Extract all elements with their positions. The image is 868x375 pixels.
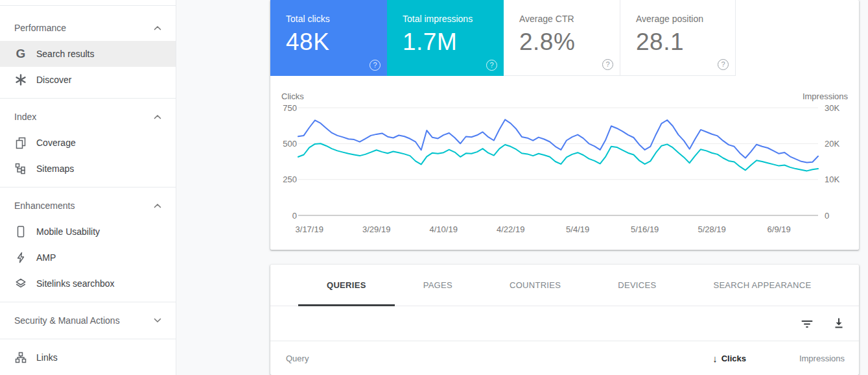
card-value: 28.1 bbox=[636, 29, 735, 56]
card-label: Total clicks bbox=[286, 14, 387, 24]
google-g-icon: G bbox=[14, 47, 27, 60]
sidebar-item-mobile-usability[interactable]: Mobile Usability bbox=[0, 219, 176, 245]
summary-cards: Total clicks 48K ? Total impressions 1.7… bbox=[270, 0, 859, 76]
sidebar-top-divider bbox=[0, 5, 176, 6]
mobile-phone-icon bbox=[14, 225, 27, 238]
svg-text:0: 0 bbox=[825, 211, 829, 221]
help-icon[interactable]: ? bbox=[486, 60, 497, 71]
svg-text:250: 250 bbox=[283, 175, 297, 184]
sidebar-item-coverage[interactable]: Coverage bbox=[0, 130, 176, 156]
chevron-up-icon bbox=[154, 25, 161, 30]
section-label: Security & Manual Actions bbox=[14, 315, 154, 326]
tab-devices[interactable]: DEVICES bbox=[589, 265, 685, 306]
sidebar-section-performance[interactable]: Performance bbox=[0, 15, 176, 41]
performance-chart: 75030K50020K25010K00ClicksImpressions3/1… bbox=[270, 88, 859, 250]
section-label: Index bbox=[14, 112, 154, 122]
svg-text:3/29/19: 3/29/19 bbox=[362, 224, 390, 234]
amp-lightning-icon bbox=[14, 251, 27, 264]
card-label: Total impressions bbox=[403, 14, 504, 24]
dimension-tabs: QUERIES PAGES COUNTRIES DEVICES SEARCH A… bbox=[270, 265, 859, 306]
column-header-impressions[interactable]: Impressions bbox=[746, 354, 845, 363]
layers-icon bbox=[14, 277, 27, 290]
sidebar-section-index[interactable]: Index bbox=[0, 104, 176, 130]
svg-text:Impressions: Impressions bbox=[803, 91, 849, 101]
svg-text:30K: 30K bbox=[825, 103, 839, 113]
sidebar-item-label: Mobile Usability bbox=[36, 226, 100, 237]
total-impressions-card[interactable]: Total impressions 1.7M ? bbox=[387, 0, 504, 76]
sidebar-item-label: Sitemaps bbox=[36, 163, 74, 174]
svg-text:4/10/19: 4/10/19 bbox=[430, 224, 458, 234]
svg-text:4/22/19: 4/22/19 bbox=[497, 224, 524, 234]
svg-text:Clicks: Clicks bbox=[281, 91, 304, 101]
card-label: Average CTR bbox=[519, 14, 620, 24]
sidebar-item-discover[interactable]: Discover bbox=[0, 67, 176, 93]
svg-text:6/9/19: 6/9/19 bbox=[768, 224, 791, 234]
tab-queries[interactable]: QUERIES bbox=[298, 265, 395, 306]
sidebar-divider bbox=[0, 339, 176, 339]
coverage-pages-icon bbox=[14, 136, 27, 149]
query-table-panel: QUERIES PAGES COUNTRIES DEVICES SEARCH A… bbox=[270, 265, 859, 375]
help-icon[interactable]: ? bbox=[602, 59, 613, 70]
table-toolbar bbox=[270, 306, 859, 341]
table-header-row: Query ↓ Clicks Impressions bbox=[270, 341, 859, 375]
card-label: Average position bbox=[636, 14, 735, 24]
performance-summary-panel: Total clicks 48K ? Total impressions 1.7… bbox=[270, 0, 859, 250]
filter-icon[interactable] bbox=[799, 316, 815, 332]
chevron-up-icon bbox=[154, 114, 161, 119]
average-ctr-card[interactable]: Average CTR 2.8% ? bbox=[504, 0, 620, 76]
sidebar-item-label: Search results bbox=[36, 49, 94, 59]
download-icon[interactable] bbox=[831, 316, 847, 332]
average-position-card[interactable]: Average position 28.1 ? bbox=[620, 0, 736, 76]
total-clicks-card[interactable]: Total clicks 48K ? bbox=[270, 0, 387, 76]
sitemaps-tree-icon bbox=[14, 162, 27, 175]
sidebar-item-label: AMP bbox=[36, 252, 56, 263]
sidebar-section-security[interactable]: Security & Manual Actions bbox=[0, 308, 176, 333]
card-value: 2.8% bbox=[519, 29, 620, 56]
column-header-clicks[interactable]: ↓ Clicks bbox=[712, 353, 746, 364]
help-icon[interactable]: ? bbox=[718, 59, 729, 70]
section-label: Enhancements bbox=[14, 200, 154, 211]
svg-text:5/16/19: 5/16/19 bbox=[631, 224, 659, 234]
svg-text:500: 500 bbox=[283, 139, 297, 149]
sidebar-divider bbox=[0, 187, 176, 187]
svg-text:3/17/19: 3/17/19 bbox=[296, 224, 323, 234]
sidebar-item-search-results[interactable]: G Search results bbox=[0, 41, 176, 67]
help-icon[interactable]: ? bbox=[369, 60, 381, 71]
sidebar-item-links[interactable]: Links bbox=[0, 345, 176, 370]
tab-search-appearance[interactable]: SEARCH APPEARANCE bbox=[685, 265, 839, 306]
sidebar-item-label: Discover bbox=[36, 75, 71, 85]
svg-text:750: 750 bbox=[283, 103, 297, 113]
svg-text:10K: 10K bbox=[825, 175, 839, 184]
section-label: Performance bbox=[14, 23, 154, 33]
chevron-down-icon bbox=[154, 318, 161, 323]
sidebar-item-sitemaps[interactable]: Sitemaps bbox=[0, 156, 176, 182]
svg-text:20K: 20K bbox=[825, 139, 839, 149]
sidebar: Performance G Search results Discover In… bbox=[0, 0, 176, 375]
chevron-up-icon bbox=[154, 203, 161, 208]
sidebar-divider bbox=[0, 302, 176, 302]
links-network-icon bbox=[14, 351, 27, 364]
sort-desc-icon: ↓ bbox=[712, 353, 718, 364]
svg-text:5/4/19: 5/4/19 bbox=[566, 224, 589, 234]
card-value: 48K bbox=[286, 29, 387, 56]
sidebar-item-label: Sitelinks searchbox bbox=[36, 278, 115, 289]
sidebar-divider bbox=[0, 98, 176, 99]
tab-countries[interactable]: COUNTRIES bbox=[481, 265, 589, 306]
sidebar-item-label: Coverage bbox=[36, 138, 76, 148]
column-header-clicks-label: Clicks bbox=[721, 354, 746, 363]
sidebar-section-enhancements[interactable]: Enhancements bbox=[0, 193, 176, 219]
card-value: 1.7M bbox=[403, 29, 504, 56]
sidebar-item-label: Links bbox=[36, 352, 58, 363]
tab-pages[interactable]: PAGES bbox=[395, 265, 481, 306]
column-header-query: Query bbox=[286, 354, 712, 363]
svg-text:5/28/19: 5/28/19 bbox=[698, 224, 725, 234]
svg-text:0: 0 bbox=[292, 211, 297, 221]
sidebar-item-sitelinks-searchbox[interactable]: Sitelinks searchbox bbox=[0, 271, 176, 296]
discover-asterisk-icon bbox=[14, 73, 27, 86]
sidebar-item-amp[interactable]: AMP bbox=[0, 245, 176, 271]
